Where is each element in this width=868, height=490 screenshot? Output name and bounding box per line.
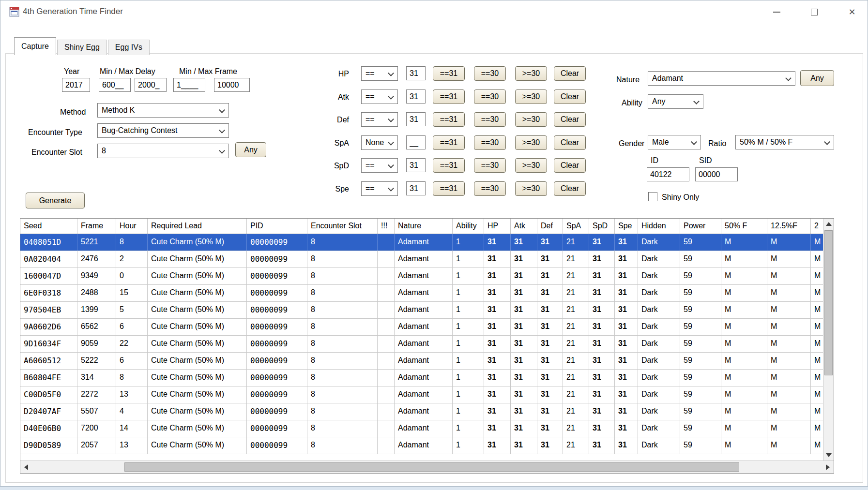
scroll-left-button[interactable] bbox=[20, 461, 32, 473]
result-row[interactable]: B60804FE3148Cute Charm (50% M)000000998A… bbox=[20, 370, 823, 386]
column-header-seed[interactable]: Seed bbox=[20, 219, 77, 234]
column-header-col-6[interactable]: !!! bbox=[378, 219, 395, 234]
column-header-ability[interactable]: Ability bbox=[453, 219, 484, 234]
nature-combo[interactable]: Adamant bbox=[648, 71, 795, 86]
column-header-spa[interactable]: SpA bbox=[563, 219, 589, 234]
ability-combo[interactable]: Any bbox=[648, 94, 703, 109]
column-header-hidden[interactable]: Hidden bbox=[638, 219, 680, 234]
iv-gte30-button-spe[interactable]: >=30 bbox=[515, 181, 547, 196]
column-header-spe[interactable]: Spe bbox=[615, 219, 638, 234]
min-delay-input[interactable] bbox=[99, 78, 131, 92]
minimize-button[interactable] bbox=[761, 0, 792, 24]
column-header-2[interactable]: 2 bbox=[811, 219, 823, 234]
column-header-frame[interactable]: Frame bbox=[77, 219, 116, 234]
result-row[interactable]: 9D16034F905922Cute Charm (50% M)00000099… bbox=[20, 336, 823, 353]
result-row[interactable]: 0408051D52218Cute Charm (50% M)000000998… bbox=[20, 234, 823, 251]
iv-gte30-button-def[interactable]: >=30 bbox=[515, 112, 547, 127]
iv-op-combo-hp[interactable]: == bbox=[361, 66, 398, 81]
column-header-nature[interactable]: Nature bbox=[395, 219, 453, 234]
iv-clear-button-hp[interactable]: Clear bbox=[554, 66, 586, 81]
iv-eq30-button-def[interactable]: ==30 bbox=[474, 112, 506, 127]
iv-op-combo-spa[interactable]: None bbox=[361, 135, 398, 150]
horizontal-scrollbar-thumb[interactable] bbox=[124, 462, 739, 472]
column-header-encounter-slot[interactable]: Encounter Slot bbox=[307, 219, 378, 234]
iv-gte30-button-spd[interactable]: >=30 bbox=[515, 158, 547, 173]
result-row[interactable]: 0A02040424762Cute Charm (50% M)000000998… bbox=[20, 251, 823, 268]
result-row[interactable]: 970504EB13995Cute Charm (50% M)000000998… bbox=[20, 302, 823, 319]
column-header-atk[interactable]: Atk bbox=[511, 219, 537, 234]
iv-eq30-button-hp[interactable]: ==30 bbox=[474, 66, 506, 81]
ratio-combo[interactable]: 50% M / 50% F bbox=[735, 135, 834, 149]
result-row[interactable]: C00D05F0227213Cute Charm (50% M)00000099… bbox=[20, 386, 823, 403]
result-row[interactable]: D20407AF55074Cute Charm (50% M)000000998… bbox=[20, 403, 823, 420]
iv-clear-button-atk[interactable]: Clear bbox=[554, 89, 586, 104]
iv-eq31-button-spd[interactable]: ==31 bbox=[433, 158, 465, 173]
result-row[interactable]: 6E0F0318248815Cute Charm (50% M)00000099… bbox=[20, 285, 823, 302]
iv-gte30-button-spa[interactable]: >=30 bbox=[515, 135, 547, 150]
encounter-type-combo[interactable]: Bug-Catching Contest bbox=[97, 123, 229, 138]
nature-any-button[interactable]: Any bbox=[800, 70, 834, 86]
iv-op-combo-def[interactable]: == bbox=[361, 112, 398, 127]
iv-eq31-button-def[interactable]: ==31 bbox=[433, 112, 465, 127]
iv-eq30-button-atk[interactable]: ==30 bbox=[474, 89, 506, 104]
column-header-hp[interactable]: HP bbox=[484, 219, 511, 234]
encounter-slot-combo[interactable]: 8 bbox=[97, 144, 229, 158]
iv-eq30-button-spe[interactable]: ==30 bbox=[474, 181, 506, 196]
max-delay-input[interactable] bbox=[135, 78, 167, 92]
iv-value-input-atk[interactable] bbox=[406, 89, 426, 104]
scroll-up-button[interactable] bbox=[823, 219, 834, 229]
tab-capture[interactable]: Capture bbox=[14, 37, 56, 55]
result-row[interactable]: D90D0589205713Cute Charm (50% M)00000099… bbox=[20, 437, 823, 454]
iv-op-combo-spe[interactable]: == bbox=[361, 181, 398, 196]
result-row[interactable]: A606051252226Cute Charm (50% M)000000998… bbox=[20, 353, 823, 370]
result-row[interactable]: 9A0602D665626Cute Charm (50% M)000000998… bbox=[20, 319, 823, 336]
tab-egg-ivs[interactable]: Egg IVs bbox=[108, 40, 150, 55]
max-frame-input[interactable] bbox=[214, 78, 250, 92]
column-header-required-lead[interactable]: Required Lead bbox=[148, 219, 247, 234]
iv-value-input-hp[interactable] bbox=[406, 66, 426, 80]
column-header-pid[interactable]: PID bbox=[247, 219, 307, 234]
scroll-down-button[interactable] bbox=[823, 450, 834, 460]
year-input[interactable] bbox=[62, 78, 90, 92]
sid-input[interactable] bbox=[695, 167, 738, 181]
horizontal-scrollbar[interactable] bbox=[20, 460, 834, 473]
gender-combo[interactable]: Male bbox=[648, 135, 701, 149]
scroll-right-button[interactable] bbox=[822, 461, 834, 473]
maximize-button[interactable] bbox=[799, 0, 829, 24]
vertical-scrollbar-thumb[interactable] bbox=[824, 230, 833, 375]
shiny-only-checkbox[interactable] bbox=[648, 192, 657, 201]
iv-clear-button-spa[interactable]: Clear bbox=[554, 135, 586, 150]
vertical-scrollbar[interactable] bbox=[823, 219, 834, 460]
column-header-50-f[interactable]: 50% F bbox=[721, 219, 767, 234]
iv-gte30-button-hp[interactable]: >=30 bbox=[515, 66, 547, 81]
iv-eq31-button-hp[interactable]: ==31 bbox=[433, 66, 465, 81]
iv-op-combo-atk[interactable]: == bbox=[361, 89, 398, 104]
column-header-power[interactable]: Power bbox=[680, 219, 721, 234]
column-header-hour[interactable]: Hour bbox=[116, 219, 148, 234]
id-input[interactable] bbox=[647, 167, 689, 181]
iv-value-input-spe[interactable] bbox=[406, 181, 426, 195]
close-button[interactable]: ✕ bbox=[837, 0, 867, 24]
tab-shiny-egg[interactable]: Shiny Egg bbox=[57, 40, 107, 55]
iv-op-combo-spd[interactable]: == bbox=[361, 158, 398, 173]
encounter-slot-any-button[interactable]: Any bbox=[235, 142, 266, 157]
generate-button[interactable]: Generate bbox=[26, 193, 85, 208]
iv-value-input-spa[interactable] bbox=[406, 135, 426, 149]
min-frame-input[interactable] bbox=[173, 78, 205, 92]
iv-value-input-def[interactable] bbox=[406, 112, 426, 126]
iv-clear-button-def[interactable]: Clear bbox=[554, 112, 586, 127]
iv-eq31-button-spa[interactable]: ==31 bbox=[433, 135, 465, 150]
iv-clear-button-spe[interactable]: Clear bbox=[554, 181, 586, 196]
iv-eq30-button-spa[interactable]: ==30 bbox=[474, 135, 506, 150]
iv-clear-button-spd[interactable]: Clear bbox=[554, 158, 586, 173]
method-combo[interactable]: Method K bbox=[97, 103, 229, 118]
column-header-def[interactable]: Def bbox=[537, 219, 563, 234]
iv-eq31-button-atk[interactable]: ==31 bbox=[433, 89, 465, 104]
iv-eq30-button-spd[interactable]: ==30 bbox=[474, 158, 506, 173]
iv-gte30-button-atk[interactable]: >=30 bbox=[515, 89, 547, 104]
result-row[interactable]: 1600047D93490Cute Charm (50% M)000000998… bbox=[20, 268, 823, 285]
iv-eq31-button-spe[interactable]: ==31 bbox=[433, 181, 465, 196]
column-header-spd[interactable]: SpD bbox=[589, 219, 615, 234]
result-row[interactable]: D40E06B0720014Cute Charm (50% M)00000099… bbox=[20, 420, 823, 437]
iv-value-input-spd[interactable] bbox=[406, 158, 426, 172]
